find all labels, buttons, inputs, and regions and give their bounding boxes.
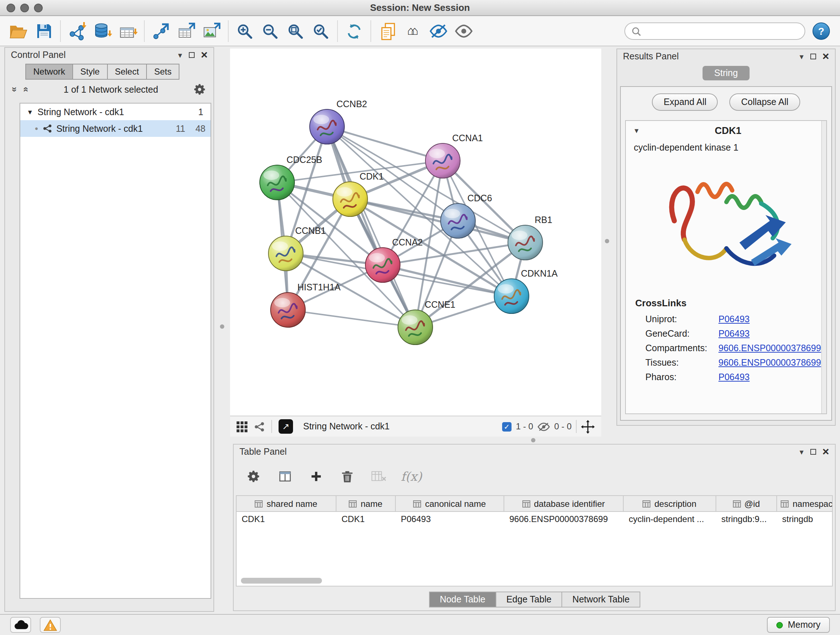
copy-document-button[interactable] xyxy=(375,19,400,43)
network-node-CDKN1A[interactable]: CDKN1A xyxy=(494,268,558,314)
collection-expander-icon[interactable]: ▼ xyxy=(27,108,33,116)
tab-style[interactable]: Style xyxy=(73,64,107,80)
float-panel-icon[interactable] xyxy=(810,54,816,59)
export-table-button[interactable] xyxy=(174,19,199,43)
panel-menu-icon[interactable]: ▾ xyxy=(799,448,804,456)
selected-checkbox-icon[interactable]: ✓ xyxy=(502,422,512,431)
column-header-name[interactable]: name xyxy=(336,496,396,512)
open-session-button[interactable] xyxy=(6,19,31,43)
birds-eye-view-button[interactable]: ↗ xyxy=(279,419,293,434)
network-edge[interactable] xyxy=(327,127,415,327)
expand-all-icon[interactable]: » xyxy=(21,87,30,92)
network-node-RB1[interactable]: RB1 xyxy=(508,215,553,260)
cell-shared-name[interactable]: CDK1 xyxy=(237,512,336,526)
crosslink-value[interactable]: P06493 xyxy=(718,372,750,382)
import-network-file-button[interactable] xyxy=(65,19,90,43)
column-header-id[interactable]: @id xyxy=(716,496,777,512)
zoom-in-button[interactable] xyxy=(232,19,257,43)
network-node-CDK1[interactable]: CDK1 xyxy=(333,171,384,217)
import-network-database-button[interactable] xyxy=(90,19,115,43)
add-column-button[interactable] xyxy=(308,468,325,485)
tab-edge-table[interactable]: Edge Table xyxy=(496,592,562,608)
column-header-canonical-name[interactable]: canonical name xyxy=(396,496,504,512)
table-row[interactable]: CDK1 CDK1 P06493 9606.ENSP00000378699 cy… xyxy=(237,512,832,526)
warnings-button[interactable] xyxy=(40,617,61,633)
tab-node-table[interactable]: Node Table xyxy=(429,592,496,608)
show-columns-button[interactable] xyxy=(276,468,294,485)
network-collection-row[interactable]: ▼ String Network - cdk1 1 xyxy=(20,103,210,120)
panel-menu-icon[interactable]: ▾ xyxy=(799,52,804,60)
export-image-button[interactable] xyxy=(199,19,224,43)
network-canvas[interactable]: CCNB2CCNA1CDC25BCDK1CDC6RB1CCNB1CCNA2CDK… xyxy=(230,49,601,416)
hidden-eye-slash-icon[interactable] xyxy=(538,422,550,431)
network-node-CCNB1[interactable]: CCNB1 xyxy=(268,226,326,271)
column-header-database-identifier[interactable]: database identifier xyxy=(504,496,624,512)
crosslink-value[interactable]: P06493 xyxy=(718,314,750,325)
delete-table-button[interactable] xyxy=(370,468,387,485)
network-row[interactable]: ● String Network - cdk1 11 48 xyxy=(20,120,210,137)
network-node-CCNB2[interactable]: CCNB2 xyxy=(309,99,367,144)
table-options-button[interactable] xyxy=(245,468,263,485)
float-panel-icon[interactable] xyxy=(810,449,816,455)
show-all-button[interactable] xyxy=(451,19,476,43)
float-panel-icon[interactable] xyxy=(188,52,194,58)
export-network-button[interactable] xyxy=(148,19,174,43)
cloud-status-button[interactable] xyxy=(10,617,31,633)
crosslink-value[interactable]: 9606.ENSP00000378699 xyxy=(718,358,821,368)
collapse-all-button[interactable]: Collapse All xyxy=(729,93,800,111)
window-zoom-button[interactable] xyxy=(34,4,43,12)
zoom-selected-button[interactable] xyxy=(308,19,333,43)
tab-sets[interactable]: Sets xyxy=(146,64,180,80)
cell-id[interactable]: stringdb:9... xyxy=(716,512,777,526)
network-edge[interactable] xyxy=(327,127,443,161)
pan-crosshair-icon[interactable] xyxy=(581,420,595,433)
splitter-handle[interactable] xyxy=(220,325,224,329)
apply-layout-button[interactable] xyxy=(341,19,367,43)
tab-string[interactable]: String xyxy=(703,66,749,80)
crosslink-value[interactable]: P06493 xyxy=(718,329,750,339)
save-session-button[interactable] xyxy=(31,19,57,43)
horizontal-scrollbar[interactable] xyxy=(241,578,322,584)
home-button[interactable]: ⌂⌂ xyxy=(400,19,425,43)
network-node-CCNA1[interactable]: CCNA1 xyxy=(425,133,483,178)
network-node-HIST1H1A[interactable]: HIST1H1A xyxy=(271,282,341,327)
zoom-out-button[interactable] xyxy=(257,19,283,43)
search-input[interactable] xyxy=(645,26,798,36)
import-table-button[interactable] xyxy=(115,19,141,43)
window-close-button[interactable] xyxy=(6,4,15,12)
cell-namespace[interactable]: stringdb xyxy=(777,512,833,526)
cell-name[interactable]: CDK1 xyxy=(336,512,396,526)
splitter-handle[interactable] xyxy=(605,239,609,243)
crosslink-value[interactable]: 9606.ENSP00000378699 xyxy=(718,343,821,353)
tab-select[interactable]: Select xyxy=(107,64,147,80)
close-panel-icon[interactable]: × xyxy=(822,446,829,458)
column-header-description[interactable]: description xyxy=(624,496,716,512)
grid-view-icon[interactable] xyxy=(237,421,248,432)
panel-menu-icon[interactable]: ▾ xyxy=(178,51,182,59)
network-options-gear-icon[interactable] xyxy=(194,83,206,96)
network-edge[interactable] xyxy=(288,310,415,327)
function-builder-button[interactable]: f(x) xyxy=(401,469,422,484)
close-panel-icon[interactable]: × xyxy=(201,49,208,61)
collapse-all-icon[interactable]: » xyxy=(10,87,19,92)
zoom-fit-button[interactable] xyxy=(283,19,308,43)
memory-button[interactable]: Memory xyxy=(767,617,830,633)
cell-database-identifier[interactable]: 9606.ENSP00000378699 xyxy=(504,512,624,526)
results-scrollbar[interactable] xyxy=(821,121,826,413)
help-button[interactable]: ? xyxy=(813,22,830,40)
network-overview-icon[interactable] xyxy=(254,421,265,432)
tab-network[interactable]: Network xyxy=(25,64,73,80)
cell-canonical-name[interactable]: P06493 xyxy=(396,512,504,526)
close-panel-icon[interactable]: × xyxy=(822,51,829,62)
delete-column-button[interactable] xyxy=(339,468,356,485)
splitter-handle[interactable] xyxy=(531,438,535,442)
section-collapse-icon[interactable]: ▾ xyxy=(635,126,638,134)
tab-network-table[interactable]: Network Table xyxy=(561,592,640,608)
hide-selected-button[interactable] xyxy=(425,19,451,43)
window-minimize-button[interactable] xyxy=(20,4,29,12)
expand-all-button[interactable]: Expand All xyxy=(652,93,718,111)
network-view[interactable]: CCNB2CCNA1CDC25BCDK1CDC6RB1CCNB1CCNA2CDK… xyxy=(230,49,601,416)
column-header-namespace[interactable]: namespace xyxy=(777,496,833,512)
column-header-shared-name[interactable]: shared name xyxy=(237,496,336,512)
cell-description[interactable]: cyclin-dependent ... xyxy=(624,512,716,526)
